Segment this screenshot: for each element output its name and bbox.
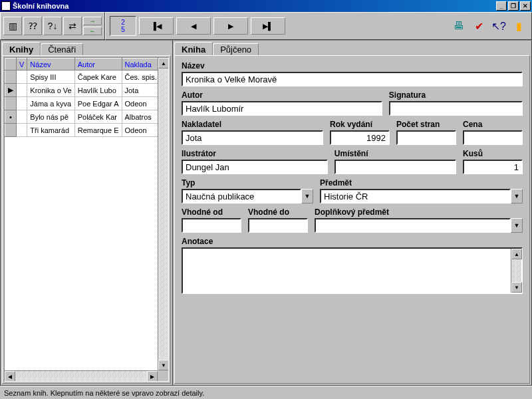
label-signatura: Signatura: [389, 90, 523, 100]
scroll-up-icon[interactable]: ▲: [511, 249, 522, 259]
window-title: Školní knihovna: [13, 2, 68, 10]
scroll-down-icon[interactable]: ▼: [511, 282, 522, 293]
label-autor: Autor: [182, 90, 382, 100]
col-v[interactable]: V: [17, 59, 27, 70]
input-kusu[interactable]: [463, 160, 523, 174]
input-vhod-od[interactable]: [182, 218, 241, 233]
close-button[interactable]: ✕: [520, 1, 531, 11]
app-icon: [1, 1, 11, 11]
exit-icon[interactable]: ▮: [510, 17, 527, 35]
textarea-anotace[interactable]: ▲ ▼: [182, 247, 523, 294]
anotace-vscroll[interactable]: ▲ ▼: [511, 249, 521, 293]
input-nakladatel[interactable]: [182, 130, 323, 145]
label-kusu: Kusů: [463, 149, 523, 158]
table-row[interactable]: Jáma a kyvaPoe Edgar AOdeon: [5, 97, 158, 110]
label-cena: Cena: [463, 120, 523, 129]
tab-loaned[interactable]: Půjčeno: [213, 43, 259, 55]
table-row[interactable]: ▶Kronika o VeHavlík LuboJota: [5, 84, 158, 97]
row-marker: •: [5, 110, 17, 124]
chevron-down-icon[interactable]: ▼: [301, 189, 313, 203]
swap-icon[interactable]: ⇄: [63, 17, 82, 35]
label-stran: Počet stran: [396, 120, 456, 129]
left-pane: Knihy Čtenáři V Název Autor: [0, 40, 173, 386]
input-signatura[interactable]: [389, 101, 523, 116]
book-form: Název Autor Signatura: [174, 55, 530, 384]
col-autor[interactable]: Autor: [74, 59, 122, 70]
input-cena[interactable]: [463, 130, 523, 145]
input-nazev[interactable]: [182, 72, 523, 86]
books-grid[interactable]: V Název Autor Naklada Spisy IIIČapek Kar…: [4, 57, 169, 382]
row-marker: [5, 97, 17, 110]
chevron-down-icon[interactable]: ▼: [511, 189, 523, 203]
input-stran[interactable]: [396, 130, 456, 145]
help-book-icon[interactable]: ⁇: [23, 17, 42, 35]
label-vhod-do: Vhodné do: [248, 207, 308, 217]
nav-last-button[interactable]: ▶▌: [251, 17, 285, 35]
row-marker: [5, 124, 17, 137]
nav-first-button[interactable]: ▐◀: [139, 17, 174, 35]
grid-vscroll[interactable]: ▲ ▼: [158, 58, 168, 370]
combo-predmet[interactable]: [320, 189, 511, 203]
scroll-up-icon[interactable]: ▲: [158, 58, 169, 68]
row-marker: ▶: [5, 84, 17, 97]
search-icon[interactable]: ?↓: [43, 17, 62, 35]
input-ilustrator[interactable]: [182, 160, 328, 174]
scroll-left-icon[interactable]: ◀: [5, 371, 15, 382]
print-icon[interactable]: 🖶: [450, 17, 467, 35]
label-typ: Typ: [182, 178, 313, 188]
scroll-down-icon[interactable]: ▼: [158, 360, 169, 370]
label-anotace: Anotace: [182, 237, 523, 246]
label-predmet: Předmět: [320, 178, 523, 188]
col-nazev[interactable]: Název: [27, 59, 74, 70]
input-rok[interactable]: [330, 130, 390, 145]
minimize-button[interactable]: _: [496, 1, 507, 11]
title-bar: Školní knihovna _ ❐ ✕: [0, 0, 532, 12]
check-icon[interactable]: ✔: [470, 17, 487, 35]
nav-toolbar: 2 5 ▐◀ ◀ ▶ ▶▌ 🖶 ✔ ↖? ▮: [105, 12, 532, 40]
left-toolbar: ▥ ⁇ ?↓ ⇄ → ←: [0, 12, 105, 40]
tab-books[interactable]: Knihy: [2, 42, 41, 55]
table-row[interactable]: •Bylo nás pěPoláček KarAlbatros: [5, 110, 158, 124]
table-row[interactable]: Tři kamarádRemarque EOdeon: [5, 124, 158, 137]
status-bar: Seznam knih. Klepnutím na některé se vpr…: [0, 386, 532, 399]
label-rok: Rok vydání: [330, 120, 390, 129]
col-naklad[interactable]: Naklada: [122, 59, 158, 70]
label-nazev: Název: [182, 61, 523, 70]
arrow-left-icon[interactable]: ←: [83, 27, 102, 35]
table-row[interactable]: Spisy IIIČapek KareČes. spis.: [5, 70, 158, 84]
input-autor[interactable]: [182, 101, 382, 116]
chevron-down-icon[interactable]: ▼: [511, 218, 523, 233]
grid-hscroll[interactable]: ◀ ▶: [5, 370, 158, 381]
row-marker: [5, 70, 17, 84]
combo-typ[interactable]: [182, 189, 301, 203]
label-ilustrator: Ilustrátor: [182, 149, 328, 158]
right-pane: Kniha Půjčeno Název Autor Signat: [173, 40, 532, 386]
label-dopl: Doplňkový předmět: [315, 207, 523, 217]
whatsthis-icon[interactable]: ↖?: [490, 17, 507, 35]
tab-book[interactable]: Kniha: [174, 42, 213, 55]
maximize-button[interactable]: ❐: [508, 1, 519, 11]
nav-prev-button[interactable]: ◀: [176, 17, 211, 35]
nav-next-button[interactable]: ▶: [213, 17, 248, 35]
col-marker[interactable]: [5, 59, 17, 70]
status-text: Seznam knih. Klepnutím na některé se vpr…: [4, 389, 204, 397]
arrow-right-icon[interactable]: →: [83, 17, 102, 25]
scroll-right-icon[interactable]: ▶: [147, 371, 158, 382]
record-counter: 2 5: [110, 16, 136, 36]
label-vhod-od: Vhodné od: [182, 207, 241, 217]
book-icon[interactable]: ▥: [3, 17, 22, 35]
input-vhod-do[interactable]: [248, 218, 308, 233]
tab-readers[interactable]: Čtenáři: [41, 43, 83, 55]
label-nakladatel: Nakladatel: [182, 120, 323, 129]
combo-dopl[interactable]: [315, 218, 511, 233]
label-umisteni: Umístění: [334, 149, 456, 158]
input-umisteni[interactable]: [334, 160, 456, 174]
